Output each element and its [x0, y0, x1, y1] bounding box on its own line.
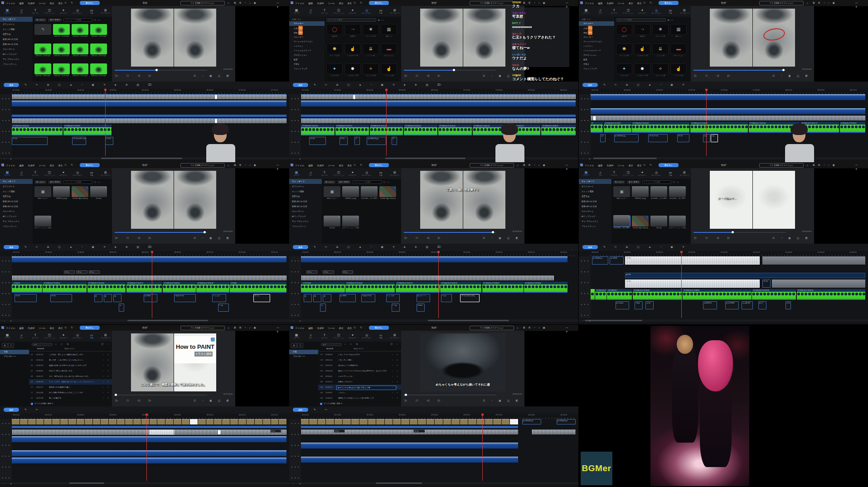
media-thumb[interactable]: ✓スクリーンショット 424.png	[669, 216, 686, 243]
sidebar-item-ストック素材[interactable]: ストック素材	[579, 189, 611, 194]
clip-chip[interactable]: CP 2年	[270, 429, 281, 433]
timeline-track[interactable]	[12, 115, 286, 117]
subtitle-clip[interactable]	[393, 419, 401, 424]
titlebar-icon-1[interactable]: ⚙	[239, 163, 242, 167]
media-thumbnail-gray[interactable]: ✓	[632, 186, 649, 197]
track-marker[interactable]	[353, 95, 355, 99]
sidebar-item-ダウンロード[interactable]: ダウンロード	[0, 22, 33, 27]
timeline-track[interactable]: 団 11928145.p0団 11928145.p0	[301, 419, 576, 424]
timeline-track[interactable]	[591, 101, 865, 107]
media-thumb[interactable]: ✓ScreenRec..._07_1.MP4	[361, 186, 378, 214]
clip-green[interactable]: CP 2026-04-17 23-07-17	[126, 282, 162, 293]
subtitle-clip[interactable]	[157, 419, 165, 424]
menu-item-表示[interactable]: 表示	[49, 2, 54, 5]
subtitle-clip[interactable]	[101, 419, 108, 424]
timeline-zoom-control[interactable]: – ●	[293, 482, 303, 485]
clip-green[interactable]: CP 2026-04-17 22-53-27	[604, 122, 631, 133]
home-icon[interactable]: ⌂	[517, 163, 519, 167]
subtitle-row-67[interactable]: 6703:38:01先ほどに明るい色を使います。＋ ✕	[29, 368, 112, 374]
subtitle-clip[interactable]	[85, 419, 92, 424]
clip-green[interactable]: CP 2026-04-17 22-52-57	[335, 125, 369, 135]
tool-tab-テンプレート[interactable]: ⊞テンプレート	[679, 171, 690, 176]
apply-all-checkbox[interactable]: ✓	[320, 403, 322, 405]
subtitle-row-70[interactable]: 7003:51:21固定化される瞬間の印象に。＋ ✕	[29, 385, 112, 390]
menu-item-再生[interactable]: 再生	[347, 164, 352, 167]
timeline-tool-icons[interactable]: ✎ ✂ ⊞ ◫ ▲ ◔ ▣ ✳	[603, 245, 689, 248]
tool-tab-タイトル[interactable]: Tタイトル	[319, 9, 330, 14]
timeline-track[interactable]	[301, 115, 576, 117]
subtitle-more-icons[interactable]: ⓘ ⋯	[102, 343, 110, 345]
redo-icon[interactable]: ↻	[360, 1, 362, 5]
playhead-marker[interactable]	[437, 251, 440, 253]
clip-bar5[interactable]	[301, 115, 576, 117]
playhead-marker[interactable]	[481, 414, 484, 416]
preview-canvas[interactable]: めちゃくちゃ考えながら描いてそれに感	[420, 333, 505, 391]
media-thumbnail-green[interactable]: ✓	[53, 43, 70, 54]
sidebar-item-カラーボード[interactable]: カラーボード	[0, 47, 33, 52]
menu-item-ファイル[interactable]: ファイル	[6, 2, 15, 5]
clip-green[interactable]	[591, 289, 595, 300]
filter-icon[interactable]: ▽	[383, 181, 385, 183]
subtitle-row-actions[interactable]: ＋ ✕	[102, 379, 110, 385]
tool-tab-メディア[interactable]: ▦メディア	[291, 171, 302, 176]
sticker-thumb[interactable]: ▬プロモーション	[670, 43, 687, 61]
sticker-thumb[interactable]: ✳スペシャル 01	[363, 24, 379, 42]
tool-tab-エフェクト[interactable]: ✦エフェクト	[347, 171, 358, 176]
tool-tab-トランジション[interactable]: ◫トランジション	[333, 9, 344, 14]
subtitle-clip[interactable]	[174, 419, 181, 424]
clip-box[interactable]: 四 2年	[645, 301, 654, 309]
tool-tab-テンプレート[interactable]: ⊞テンプレート	[389, 333, 400, 339]
menu-item-編集[interactable]: 編集	[19, 164, 24, 167]
clip-green[interactable]: CP 2026-04-17 23-01-43	[87, 282, 126, 293]
media-thumbnail-folder[interactable]: ▣	[324, 186, 340, 197]
media-thumbnail-gray[interactable]: ✓	[324, 216, 340, 227]
timeline-zoom-control[interactable]: – ●	[293, 319, 303, 322]
sidebar-item-マイ プロジェクト[interactable]: マイ プロジェクト	[0, 57, 33, 62]
subtitle-clip[interactable]	[477, 419, 485, 424]
media-thumb[interactable]: ✓Youtubeの置き場用.png	[379, 186, 396, 214]
sticker-category-教育[interactable]: 教育	[579, 58, 614, 62]
subtitle-clip[interactable]	[385, 419, 393, 424]
timeline-mode-button[interactable]: 編集	[293, 408, 308, 412]
titlebar-icon-3[interactable]: ♪	[828, 1, 829, 5]
tool-tab-メディア[interactable]: ▦メディア	[581, 9, 592, 14]
preview-option-icons[interactable]: ⊡ ◔ ▣ ◱ ◩	[194, 236, 232, 239]
redo-icon[interactable]: ↻	[360, 163, 362, 167]
media-thumbnail-green[interactable]: ✓	[53, 63, 70, 74]
clip-box[interactable]: CP 2年	[50, 294, 72, 302]
clip-green[interactable]: CP 2026-04-17	[595, 289, 606, 300]
clip-green[interactable]: CP 2026-04-17 22-52-57	[63, 125, 112, 135]
titlebar-icon-0[interactable]: ⊞	[813, 1, 815, 5]
timeline-mode-button[interactable]: 編集	[293, 245, 308, 249]
media-thumb[interactable]: ✓19828145_p0.jpg	[632, 186, 649, 214]
menu-item-表示[interactable]: 表示	[628, 2, 633, 5]
media-thumb[interactable]: ✓2026-04-1...46-16.mp4	[72, 43, 88, 61]
media-thumb[interactable]: ✓ScreenRec..._07_1.MP4	[650, 186, 667, 214]
clip-green[interactable]: CP 2026-04-17 22-54-54	[438, 125, 472, 135]
sticker-thumbnail[interactable]: ✳	[652, 24, 669, 35]
menu-item-生成AI[interactable]: 生成AI	[606, 2, 613, 5]
preview-option-icons[interactable]: ⊡ ◔ ▣ ◱ ◩	[483, 236, 521, 239]
sticker-thumbnail[interactable]: ☝	[634, 43, 650, 54]
titlebar-icon-0[interactable]: ⊞	[234, 326, 236, 330]
tool-tab-音声[interactable]: ♫音声	[16, 9, 27, 14]
playhead[interactable]	[706, 89, 707, 156]
tool-tab-エフェクト[interactable]: ✦エフェクト	[637, 9, 648, 14]
tool-tab-字幕[interactable]: ▭字幕	[86, 9, 97, 14]
sticker-category-教育[interactable]: 教育	[289, 58, 325, 62]
tool-tab-トランジション[interactable]: ◫トランジション	[44, 171, 55, 176]
tool-tab-テンプレート[interactable]: ⊞テンプレート	[389, 171, 400, 176]
sticker-category-ハイライト[interactable]: ハイライト	[579, 44, 614, 48]
media-thumbnail-green[interactable]: ✓	[34, 43, 51, 54]
time-ruler[interactable]: 05:10:0005:26:0005:42:0005:58:0006:14:00…	[12, 89, 286, 94]
timeline-mode-button[interactable]: 編集	[4, 245, 19, 249]
sticker-thumbnail[interactable]: ➝	[634, 24, 650, 35]
menu-item-生成AI[interactable]: 生成AI	[28, 164, 34, 167]
timeline-track[interactable]	[12, 118, 286, 123]
subtitle-row-184[interactable]: 18410:03:07ください。＋ ✕	[318, 390, 401, 395]
clip-box[interactable]: ◪	[113, 294, 121, 302]
clip-bar[interactable]	[591, 94, 865, 100]
window-controls[interactable]: — ✕	[855, 163, 868, 171]
media-thumb[interactable]: ✓2年.mp4	[650, 216, 667, 243]
sidebar-item-動画 (BD-S) 生成[interactable]: 動画 (BD-S) 生成	[0, 37, 33, 42]
